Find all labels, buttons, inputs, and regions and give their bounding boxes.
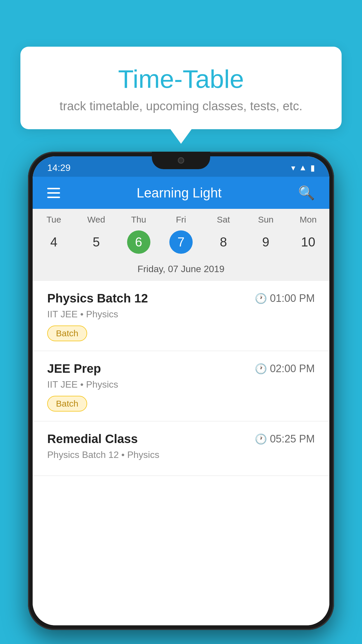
day-label: Fri: [160, 215, 202, 225]
days-header: TueWedThuFriSatSunMon: [33, 209, 329, 228]
app-title: Learning Light: [137, 185, 222, 201]
status-icons: ▾ ▲ ▮: [291, 163, 315, 173]
battery-icon: ▮: [310, 163, 315, 173]
day-label: Tue: [33, 215, 75, 225]
app-bar: Learning Light 🔍: [33, 177, 329, 209]
day-label: Sat: [202, 215, 245, 225]
day-number[interactable]: 4: [33, 230, 75, 254]
phone-mockup: 14:29 ▾ ▲ ▮ Learning Light 🔍 TueWe: [28, 152, 334, 630]
schedule-time: 🕐 01:00 PM: [255, 292, 315, 304]
schedule-subtitle: Physics Batch 12 • Physics: [47, 449, 315, 460]
clock-icon: 🕐: [255, 293, 267, 304]
status-time: 14:29: [47, 162, 71, 173]
batch-badge: Batch: [47, 396, 87, 412]
phone-screen: 14:29 ▾ ▲ ▮ Learning Light 🔍 TueWe: [33, 156, 329, 625]
schedule-subtitle: IIT JEE • Physics: [47, 379, 315, 390]
schedule-item[interactable]: Remedial Class🕐 05:25 PMPhysics Batch 12…: [33, 421, 329, 476]
days-numbers: 45678910: [33, 228, 329, 260]
day-label: Wed: [75, 215, 117, 225]
schedule-item[interactable]: JEE Prep🕐 02:00 PMIIT JEE • PhysicsBatch: [33, 351, 329, 421]
day-label: Sun: [245, 215, 287, 225]
schedule-title: Physics Batch 12: [47, 291, 148, 305]
batch-badge: Batch: [47, 326, 87, 341]
day-number[interactable]: 6: [117, 230, 160, 254]
hamburger-menu-icon[interactable]: [47, 188, 60, 198]
day-number[interactable]: 7: [160, 230, 202, 254]
schedule-list: Physics Batch 12🕐 01:00 PMIIT JEE • Phys…: [33, 281, 329, 625]
selected-date-label: Friday, 07 June 2019: [33, 260, 329, 281]
schedule-item[interactable]: Physics Batch 12🕐 01:00 PMIIT JEE • Phys…: [33, 281, 329, 351]
calendar: TueWedThuFriSatSunMon 45678910 Friday, 0…: [33, 209, 329, 281]
search-button[interactable]: 🔍: [298, 185, 315, 201]
tooltip-title: Time-Table: [38, 64, 324, 94]
day-number[interactable]: 8: [202, 230, 245, 254]
schedule-title: JEE Prep: [47, 362, 101, 376]
day-number[interactable]: 5: [75, 230, 117, 254]
day-label: Thu: [117, 215, 160, 225]
signal-icon: ▲: [299, 163, 307, 172]
clock-icon: 🕐: [255, 363, 267, 374]
schedule-time: 🕐 02:00 PM: [255, 363, 315, 375]
schedule-title: Remedial Class: [47, 432, 138, 446]
day-label: Mon: [287, 215, 329, 225]
day-number[interactable]: 10: [287, 230, 329, 254]
schedule-subtitle: IIT JEE • Physics: [47, 309, 315, 320]
tooltip-card: Time-Table track timetable, upcoming cla…: [20, 47, 342, 129]
schedule-time: 🕐 05:25 PM: [255, 433, 315, 445]
tooltip-subtitle: track timetable, upcoming classes, tests…: [38, 99, 324, 113]
phone-body: 14:29 ▾ ▲ ▮ Learning Light 🔍 TueWe: [28, 152, 334, 630]
clock-icon: 🕐: [255, 433, 267, 445]
wifi-icon: ▾: [291, 163, 295, 173]
phone-notch: [152, 152, 210, 169]
day-number[interactable]: 9: [245, 230, 287, 254]
camera: [178, 157, 184, 164]
